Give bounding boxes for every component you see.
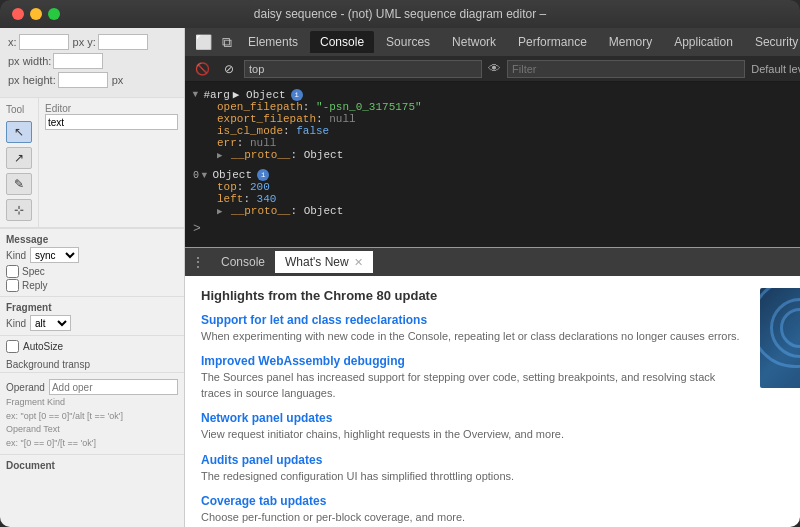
prop-val-top: 200 [250, 181, 270, 193]
prop-name-left: left [217, 193, 243, 205]
tools-editor-row: Tool ↖ ↗ ✎ ⊹ Editor [0, 98, 184, 228]
prop-name-2: export_filepath [217, 113, 316, 125]
bottom-panel-dots-icon[interactable]: ⋮ [191, 254, 205, 270]
tab-performance[interactable]: Performance [508, 31, 597, 53]
fragment-kind-select[interactable]: alt opt loop [30, 315, 71, 331]
hint3: Operand Text [6, 424, 178, 436]
console-prop-export: export_filepath: null [193, 113, 800, 125]
editor-label: Editor [45, 103, 71, 114]
expand-icon-1[interactable]: ▶ [190, 92, 201, 97]
editor-text-input[interactable] [45, 114, 178, 130]
tab-console-bottom[interactable]: Console [211, 251, 275, 273]
coord-width-row: px width: [8, 53, 176, 69]
line-tool[interactable]: ⊹ [6, 199, 32, 221]
message-label: Message [6, 234, 48, 245]
eye-icon[interactable]: 👁 [488, 61, 501, 76]
clear-console-icon[interactable]: 🚫 [191, 61, 214, 77]
update-title-2[interactable]: Network panel updates [201, 411, 748, 425]
devtools-inspect-icon[interactable]: ⬜ [191, 32, 216, 52]
console-prop-err: err: null [193, 137, 800, 149]
whats-new-content: Highlights from the Chrome 80 update Sup… [185, 276, 800, 527]
prop-name-top: top [217, 181, 237, 193]
operand-input[interactable] [49, 379, 178, 395]
autosize-row: AutoSize [0, 335, 184, 357]
prop-val-left: 340 [257, 193, 277, 205]
select-tool[interactable]: ↖ [6, 121, 32, 143]
editor-section: Editor [39, 98, 184, 227]
fragment-kind-row: Kind alt opt loop [6, 315, 178, 331]
proto-label-1: __proto__ [231, 149, 290, 161]
update-title-3[interactable]: Audits panel updates [201, 453, 748, 467]
devtools-responsive-icon[interactable]: ⧉ [218, 32, 236, 53]
close-button[interactable] [12, 8, 24, 20]
prop-name-4: err [217, 137, 237, 149]
prop-val-2: null [329, 113, 355, 125]
tab-application[interactable]: Application [664, 31, 743, 53]
pencil-tool[interactable]: ✎ [6, 173, 32, 195]
spec-checkbox[interactable] [6, 265, 19, 278]
prop-name-3: is_cl_mode [217, 125, 283, 137]
prop-val-1: "-psn_0_3175175" [316, 101, 422, 113]
hint4: ex: "[0 == 0]"/[t == 'ok'] [6, 438, 178, 450]
title-bar: daisy sequence - (not) UML sequence diag… [0, 0, 800, 28]
console-prop-left: left: 340 [193, 193, 800, 205]
coords-panel: x: px y: px width: px height: px [0, 28, 184, 98]
height-input[interactable] [58, 72, 108, 88]
traffic-lights [12, 8, 60, 20]
width-input[interactable] [53, 53, 103, 69]
kind-label: Kind [6, 250, 26, 261]
tab-elements[interactable]: Elements [238, 31, 308, 53]
tab-console[interactable]: Console [310, 31, 374, 53]
operand-row: Operand [6, 379, 178, 395]
tab-whats-new[interactable]: What's New ✕ [275, 251, 373, 273]
window-title: daisy sequence - (not) UML sequence diag… [254, 7, 546, 21]
console-block-2: 0 ▶ Object i top: 200 left: 340 ▶ [185, 167, 800, 219]
tab-sources[interactable]: Sources [376, 31, 440, 53]
proto-expand-1[interactable]: ▶ [217, 151, 222, 161]
console-arg-text: #arg [203, 89, 229, 101]
height-label: px height: [8, 74, 56, 86]
update-desc-2: View request initiator chains, highlight… [201, 427, 748, 442]
filter-icon[interactable]: ⊘ [220, 61, 238, 77]
update-title-0[interactable]: Support for let and class redeclarations [201, 313, 748, 327]
whats-new-close-icon[interactable]: ✕ [354, 256, 363, 268]
maximize-button[interactable] [48, 8, 60, 20]
tools-section: Tool ↖ ↗ ✎ ⊹ [0, 98, 39, 227]
autosize-checkbox[interactable] [6, 340, 19, 353]
left-panel: x: px y: px width: px height: px Tool ↖ … [0, 28, 185, 527]
filter-bar: 🚫 ⊘ 👁 Default levels ▾ 4 hidden ⚙ [185, 56, 800, 82]
default-levels[interactable]: Default levels ▾ [751, 62, 800, 75]
expand-icon-2[interactable]: ▶ [199, 172, 210, 177]
update-title-1[interactable]: Improved WebAssembly debugging [201, 354, 748, 368]
whats-new-header: Highlights from the Chrome 80 update [201, 288, 748, 303]
context-input[interactable] [244, 60, 482, 78]
document-label: Document [6, 460, 55, 471]
reply-checkbox[interactable] [6, 279, 19, 292]
update-title-4[interactable]: Coverage tab updates [201, 494, 748, 508]
filter-input[interactable] [507, 60, 745, 78]
tab-network[interactable]: Network [442, 31, 506, 53]
proto-expand-2[interactable]: ▶ [217, 207, 222, 217]
reply-label: Reply [22, 280, 48, 291]
index-icon-2: 0 [193, 170, 199, 181]
bottom-panel: ⋮ Console What's New ✕ ✕ Highlights from… [185, 247, 800, 527]
minimize-button[interactable] [30, 8, 42, 20]
hint1: Fragment Kind [6, 397, 178, 409]
update-item-2: Network panel updates View request initi… [201, 411, 748, 442]
arrow-tool[interactable]: ↗ [6, 147, 32, 169]
update-desc-4: Choose per-function or per-block coverag… [201, 510, 748, 525]
spec-radio-item: Spec [6, 265, 178, 278]
y-input[interactable] [98, 34, 148, 50]
width-label: px width: [8, 55, 51, 67]
devtools-topbar: ⬜ ⧉ Elements Console Sources Network Per… [185, 28, 800, 56]
fragment-label: Fragment [6, 302, 52, 313]
kind-select[interactable]: sync async return [30, 247, 79, 263]
update-desc-1: The Sources panel has increased support … [201, 370, 748, 401]
console-output: ▶ #arg ▶ Object i open_filepath: "-psn_0… [185, 82, 800, 247]
tool-label: Tool [6, 104, 32, 115]
autosize-label: AutoSize [23, 341, 63, 352]
tab-security[interactable]: Security [745, 31, 800, 53]
console-prompt[interactable]: > [185, 219, 800, 238]
x-input[interactable] [19, 34, 69, 50]
tab-memory[interactable]: Memory [599, 31, 662, 53]
